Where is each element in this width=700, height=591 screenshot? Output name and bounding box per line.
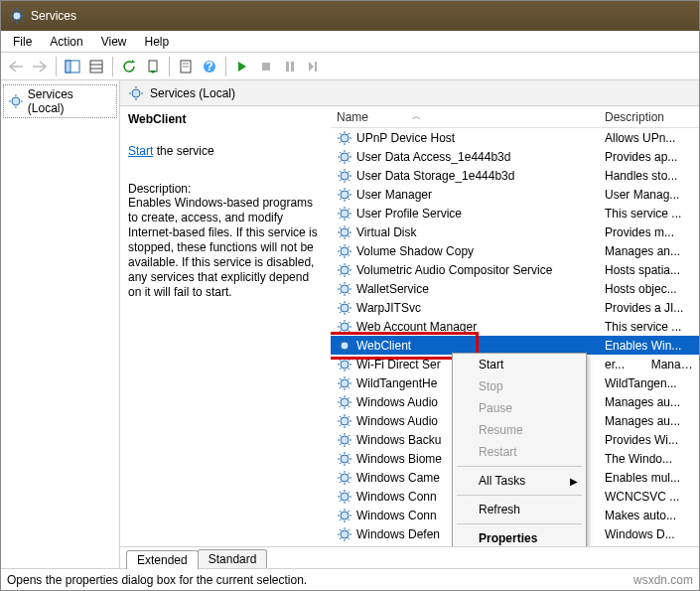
svg-line-66 [340,190,342,192]
service-row[interactable]: Web Account ManagerThis service ... [331,317,699,336]
svg-line-168 [340,405,342,407]
svg-point-29 [132,89,140,97]
context-menu-label: Stop [479,379,503,393]
svg-point-196 [341,474,349,482]
submenu-arrow-icon: ▶ [570,476,578,487]
properties-button[interactable] [175,56,197,77]
service-icon [337,432,352,448]
svg-rect-14 [149,61,157,72]
play-button[interactable] [231,56,253,77]
context-menu-properties[interactable]: Properties [453,527,586,546]
show-hide-tree-button[interactable] [62,56,83,77]
svg-line-203 [349,473,350,475]
service-row[interactable]: Volumetric Audio Compositor ServiceHosts… [331,260,699,279]
svg-line-105 [340,273,342,275]
context-menu-label: Start [479,358,503,371]
context-menu-resume: Resume [453,419,586,441]
content-area: WebClient Start the service Description:… [120,106,699,546]
svg-line-112 [349,292,350,294]
svg-line-229 [349,537,350,539]
help-button[interactable]: ? [199,56,220,77]
svg-line-158 [349,378,350,380]
service-row[interactable]: User ManagerUser Manag... [331,185,699,204]
tab-extended[interactable]: Extended [126,550,199,569]
service-name-cell: WildTangentHe [356,376,437,390]
svg-point-97 [341,266,349,274]
service-row[interactable]: UPnP Device HostAllows UPn... [331,128,699,147]
svg-point-160 [341,398,349,406]
service-name-cell: Windows Conn [356,490,437,504]
tree-node-services-local[interactable]: Services (Local) [3,84,117,118]
service-desc-cell: Manages au... [605,414,680,428]
svg-line-102 [340,265,342,267]
status-bar: Opens the properties dialog box for the … [1,568,699,590]
service-row[interactable]: User Data Storage_1e444b3dHandles sto... [331,166,699,185]
context-menu: StartStopPauseResumeRestartAll Tasks▶Ref… [452,353,587,546]
services-list[interactable]: Name︿ Description UPnP Device HostAllows… [331,106,699,546]
svg-line-76 [349,217,350,219]
service-row[interactable]: WarpJITSvcProvides a JI... [331,298,699,317]
svg-line-222 [340,518,342,520]
svg-line-75 [340,209,342,211]
svg-line-7 [21,10,23,12]
svg-line-157 [349,386,350,388]
refresh-button[interactable] [118,56,140,77]
service-name-cell: Windows Conn [356,509,437,522]
service-desc-cell: Manages an... [605,244,680,258]
svg-line-195 [340,462,342,464]
service-name-cell: Windows Biome [356,452,442,466]
toolbar: ? [1,53,699,80]
column-header-description[interactable]: Description [599,110,699,124]
service-row[interactable]: Virtual DiskProvides m... [331,222,699,241]
menu-help[interactable]: Help [137,33,178,51]
svg-point-151 [341,379,349,387]
start-service-link[interactable]: Start [128,144,153,158]
svg-line-114 [340,292,342,294]
tab-standard[interactable]: Standard [198,549,268,568]
svg-point-205 [341,493,349,501]
svg-point-124 [341,323,349,331]
column-header-name[interactable]: Name︿ [331,110,599,124]
export-list-button[interactable] [85,56,107,77]
tree-pane[interactable]: Services (Local) [1,80,120,568]
svg-line-129 [340,322,342,324]
service-name-cell: Wi-Fi Direct Ser [356,358,441,371]
service-icon [337,243,352,259]
service-row[interactable]: Volume Shadow CopyManages an... [331,241,699,260]
service-name-cell: Windows Audio [356,395,438,409]
service-name-cell: UPnP Device Host [356,131,455,145]
menu-file[interactable]: File [5,33,40,51]
svg-point-178 [341,436,349,444]
export-button[interactable] [142,56,164,77]
service-icon [337,206,352,222]
service-icon [337,281,352,297]
pane-header-label: Services (Local) [150,86,235,100]
service-desc-cell: Manages au... [605,395,680,409]
service-row[interactable]: WalletServiceHosts objec... [331,279,699,298]
service-icon [337,489,352,505]
restart-button [303,56,325,77]
context-menu-label: Restart [479,445,517,459]
window-title: Services [31,9,76,23]
svg-line-175 [349,424,350,426]
context-menu-all-tasks[interactable]: All Tasks▶ [453,470,586,492]
context-menu-stop: Stop [453,375,586,397]
svg-line-96 [340,254,342,256]
nav-back-button [5,56,27,77]
service-desc-cell: Enables mul... [605,471,680,485]
service-desc-cell: Windows D... [605,527,675,541]
service-name-cell: User Profile Service [356,207,462,221]
menu-view[interactable]: View [93,33,135,51]
service-icon [337,451,352,467]
main-split: Services (Local) Services (Local) WebCli… [1,80,699,568]
svg-line-130 [349,330,350,332]
service-row[interactable]: User Data Access_1e444b3dProvides ap... [331,147,699,166]
context-menu-start[interactable]: Start [453,354,586,375]
menu-action[interactable]: Action [42,33,90,51]
svg-line-150 [340,368,342,369]
context-menu-refresh[interactable]: Refresh [453,499,586,520]
service-row[interactable]: User Profile ServiceThis service ... [331,204,699,222]
svg-point-142 [341,361,349,369]
svg-rect-23 [315,62,317,72]
svg-point-106 [341,285,349,293]
